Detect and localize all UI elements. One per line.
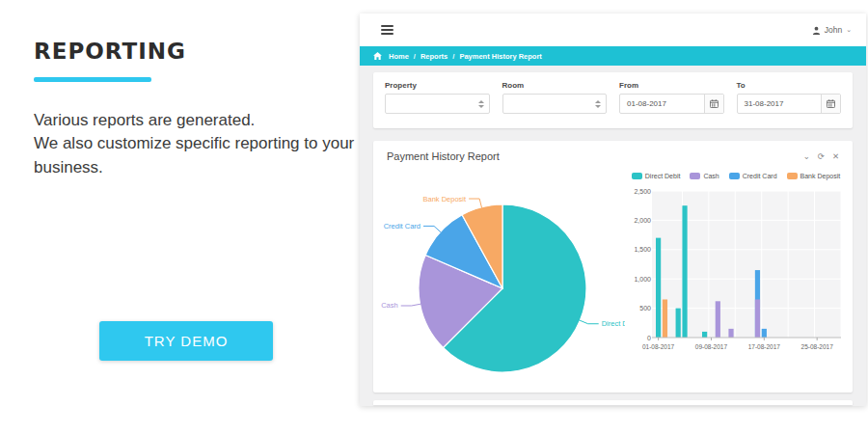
legend-label: Cash <box>703 173 719 179</box>
legend-item[interactable]: Cash <box>690 173 719 179</box>
chevron-down-icon: ⌄ <box>846 27 852 34</box>
spinner-icon <box>478 100 484 108</box>
user-menu[interactable]: John ⌄ <box>812 25 852 35</box>
breadcrumb-current: Payment History Report <box>459 52 541 61</box>
svg-text:500: 500 <box>639 305 651 312</box>
svg-text:01-08-2017: 01-08-2017 <box>642 343 675 350</box>
title-underline <box>34 77 151 82</box>
pie-chart: Direct DebitCashCredit CardBank Deposit <box>379 165 625 385</box>
svg-text:Bank Deposit: Bank Deposit <box>423 195 468 203</box>
spinner-up-icon <box>595 100 601 103</box>
breadcrumb-home[interactable]: Home <box>389 52 409 61</box>
calendar-icon <box>710 99 719 108</box>
pie-chart-container: Direct DebitCashCredit CardBank Deposit <box>379 165 625 385</box>
calendar-icon <box>827 99 835 108</box>
legend-item[interactable]: Bank Deposit <box>787 173 841 179</box>
svg-text:1,000: 1,000 <box>634 276 651 283</box>
svg-text:2,500: 2,500 <box>634 188 651 195</box>
legend-label: Credit Card <box>743 173 777 179</box>
svg-text:25-08-2017: 25-08-2017 <box>801 343 834 350</box>
spinner-down-icon <box>478 105 484 108</box>
legend-item[interactable]: Direct Debit <box>632 173 681 179</box>
hamburger-menu-icon[interactable] <box>381 25 393 35</box>
close-icon[interactable]: ✕ <box>832 152 839 161</box>
svg-text:2,000: 2,000 <box>634 217 651 224</box>
to-field: To 31-08-2017 <box>737 81 842 114</box>
user-icon <box>812 26 821 35</box>
spinner-icon <box>595 100 601 108</box>
spinner-down-icon <box>595 105 601 108</box>
refresh-icon[interactable]: ⟳ <box>818 152 825 161</box>
legend-swatch-icon <box>729 173 740 179</box>
to-date-value: 31-08-2017 <box>738 99 784 108</box>
intro-line-1: Various reports are generated. <box>34 109 357 132</box>
dashboard-content: Property Room From 01-08-2017 <box>360 66 866 405</box>
room-label: Room <box>502 81 608 90</box>
spinner-up-icon <box>478 100 484 103</box>
to-date-input[interactable]: 31-08-2017 <box>737 94 842 114</box>
from-label: From <box>619 81 724 90</box>
property-label: Property <box>385 81 490 90</box>
intro-text: Various reports are generated. We also c… <box>34 109 357 179</box>
legend-label: Direct Debit <box>645 173 681 179</box>
legend-swatch-icon <box>632 173 642 179</box>
svg-text:17-08-2017: 17-08-2017 <box>748 343 781 350</box>
svg-text:Credit Card: Credit Card <box>384 222 420 231</box>
from-date-input[interactable]: 01-08-2017 <box>619 94 724 114</box>
left-column: REPORTING Various reports are generated.… <box>34 39 362 179</box>
dashboard-window: John ⌄ Home / Reports / Payment History … <box>360 14 866 406</box>
report-panel-body: Direct DebitCashCredit CardBank Deposit … <box>373 165 853 385</box>
breadcrumb-reports[interactable]: Reports <box>420 52 448 61</box>
svg-text:Cash: Cash <box>381 301 398 310</box>
legend-item[interactable]: Credit Card <box>729 173 777 179</box>
svg-text:1,500: 1,500 <box>634 246 651 253</box>
room-field: Room <box>502 81 608 114</box>
breadcrumb-separator: / <box>414 52 416 61</box>
page: REPORTING Various reports are generated.… <box>0 0 868 434</box>
property-field: Property <box>385 81 490 114</box>
intro-line-2: We also customize specific reporting to … <box>34 134 354 176</box>
report-panel: Payment History Report ⌄ ⟳ ✕ Direct Debi… <box>373 141 853 393</box>
chart-legend: Direct DebitCashCredit CardBank Deposit <box>632 170 840 181</box>
calendar-button[interactable] <box>821 95 840 113</box>
breadcrumb: Home / Reports / Payment History Report <box>360 46 866 66</box>
panel-actions: ⌄ ⟳ ✕ <box>803 152 839 161</box>
svg-text:0: 0 <box>647 335 651 341</box>
from-field: From 01-08-2017 <box>619 81 724 114</box>
report-panel-header: Payment History Report ⌄ ⟳ ✕ <box>373 141 853 165</box>
svg-text:09-08-2017: 09-08-2017 <box>695 343 728 350</box>
from-date-value: 01-08-2017 <box>620 99 666 108</box>
room-select[interactable] <box>502 94 608 114</box>
svg-text:Direct Debit: Direct Debit <box>602 319 625 328</box>
legend-swatch-icon <box>690 173 700 179</box>
report-panel-title: Payment History Report <box>387 150 500 162</box>
dashboard-topbar: John ⌄ <box>360 14 866 46</box>
breadcrumb-separator: / <box>452 52 454 61</box>
legend-label: Bank Deposit <box>800 173 841 179</box>
user-name: John <box>825 25 842 35</box>
bar-chart-container: Direct DebitCashCredit CardBank Deposit … <box>625 165 847 385</box>
property-select[interactable] <box>385 94 490 114</box>
to-label: To <box>737 81 842 90</box>
collapse-icon[interactable]: ⌄ <box>803 152 810 161</box>
try-demo-button[interactable]: TRY DEMO <box>99 321 273 361</box>
legend-swatch-icon <box>787 173 798 179</box>
home-icon <box>373 52 384 60</box>
bar-chart: 05001,0001,5002,0002,50001-08-201709-08-… <box>625 183 847 357</box>
filter-bar: Property Room From 01-08-2017 <box>373 72 853 128</box>
calendar-button[interactable] <box>704 95 723 113</box>
next-panel-sliver <box>373 400 853 405</box>
page-title: REPORTING <box>34 39 362 64</box>
